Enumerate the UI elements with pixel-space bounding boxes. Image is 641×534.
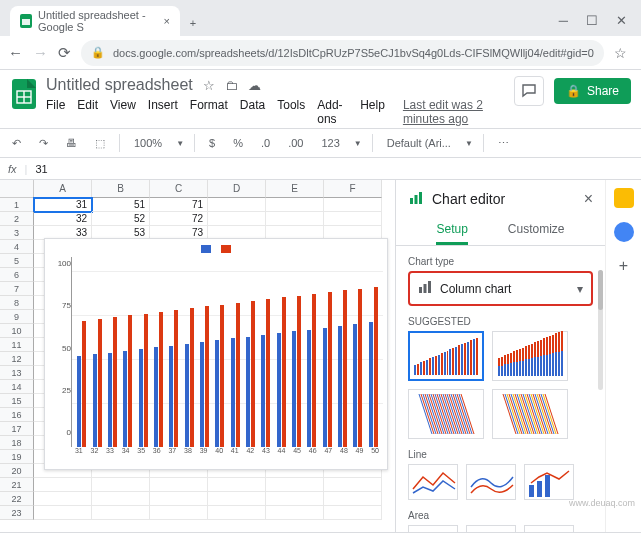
font-select[interactable]: Default (Ari... xyxy=(383,135,455,151)
suggested-chart-1[interactable] xyxy=(408,331,484,381)
cell-E2[interactable] xyxy=(266,212,324,226)
bookmark-icon[interactable]: ☆ xyxy=(614,45,627,61)
tasks-icon[interactable] xyxy=(614,222,634,242)
cell-A23[interactable] xyxy=(34,506,92,520)
last-edit-link[interactable]: Last edit was 2 minutes ago xyxy=(403,98,506,126)
chart-type-select[interactable]: Column chart ▾ xyxy=(408,271,593,306)
line-chart-thumb-3[interactable] xyxy=(524,464,574,500)
increase-decimal-button[interactable]: .00 xyxy=(284,135,307,151)
area-chart-thumb-1[interactable] xyxy=(408,525,458,532)
cell-F21[interactable] xyxy=(324,478,382,492)
redo-button[interactable]: ↷ xyxy=(35,135,52,152)
cell-D22[interactable] xyxy=(208,492,266,506)
nav-back-button[interactable]: ← xyxy=(8,44,23,61)
cell-E22[interactable] xyxy=(266,492,324,506)
cell-E1[interactable] xyxy=(266,198,324,212)
menu-help[interactable]: Help xyxy=(360,98,385,126)
row-head-8[interactable]: 8 xyxy=(0,296,34,310)
window-maximize-button[interactable]: ☐ xyxy=(586,13,598,28)
paint-format-button[interactable]: ⬚ xyxy=(91,135,109,152)
cell-C22[interactable] xyxy=(150,492,208,506)
toolbar-more-icon[interactable]: ⋯ xyxy=(494,135,513,152)
select-all-corner[interactable] xyxy=(0,180,34,198)
row-head-20[interactable]: 20 xyxy=(0,464,34,478)
col-head-d[interactable]: D xyxy=(208,180,266,198)
suggested-chart-2[interactable] xyxy=(492,331,568,381)
formula-input[interactable]: 31 xyxy=(35,163,47,175)
format-percent-button[interactable]: % xyxy=(229,135,247,151)
share-button[interactable]: 🔒 Share xyxy=(554,78,631,104)
menu-data[interactable]: Data xyxy=(240,98,265,126)
row-head-16[interactable]: 16 xyxy=(0,408,34,422)
row-head-17[interactable]: 17 xyxy=(0,422,34,436)
decrease-decimal-button[interactable]: .0 xyxy=(257,135,274,151)
move-icon[interactable]: 🗀 xyxy=(225,78,238,93)
cell-D23[interactable] xyxy=(208,506,266,520)
suggested-chart-4[interactable] xyxy=(492,389,568,439)
print-button[interactable]: 🖶 xyxy=(62,135,81,151)
window-minimize-button[interactable]: ─ xyxy=(559,13,568,28)
cell-D2[interactable] xyxy=(208,212,266,226)
tab-customize[interactable]: Customize xyxy=(508,216,565,245)
row-head-7[interactable]: 7 xyxy=(0,282,34,296)
row-head-21[interactable]: 21 xyxy=(0,478,34,492)
cell-B21[interactable] xyxy=(92,478,150,492)
row-head-5[interactable]: 5 xyxy=(0,254,34,268)
line-chart-thumb-2[interactable] xyxy=(466,464,516,500)
undo-button[interactable]: ↶ xyxy=(8,135,25,152)
spreadsheet-grid[interactable]: A B C D E F 1315171232527233353734345474… xyxy=(0,180,395,532)
comments-button[interactable] xyxy=(514,76,544,106)
cell-F2[interactable] xyxy=(324,212,382,226)
col-head-c[interactable]: C xyxy=(150,180,208,198)
col-head-a[interactable]: A xyxy=(34,180,92,198)
line-chart-thumb-1[interactable] xyxy=(408,464,458,500)
row-head-15[interactable]: 15 xyxy=(0,394,34,408)
addons-plus-icon[interactable]: + xyxy=(614,256,634,276)
col-head-b[interactable]: B xyxy=(92,180,150,198)
row-head-22[interactable]: 22 xyxy=(0,492,34,506)
cell-A2[interactable]: 32 xyxy=(34,212,92,226)
zoom-select[interactable]: 100% xyxy=(130,135,166,151)
cell-A22[interactable] xyxy=(34,492,92,506)
star-icon[interactable]: ☆ xyxy=(203,78,215,93)
row-head-10[interactable]: 10 xyxy=(0,324,34,338)
row-head-6[interactable]: 6 xyxy=(0,268,34,282)
menu-view[interactable]: View xyxy=(110,98,136,126)
row-head-2[interactable]: 2 xyxy=(0,212,34,226)
keep-icon[interactable] xyxy=(614,188,634,208)
menu-tools[interactable]: Tools xyxy=(277,98,305,126)
row-head-12[interactable]: 12 xyxy=(0,352,34,366)
cell-D21[interactable] xyxy=(208,478,266,492)
cell-F1[interactable] xyxy=(324,198,382,212)
panel-scrollbar[interactable] xyxy=(598,270,603,390)
row-head-18[interactable]: 18 xyxy=(0,436,34,450)
cell-C2[interactable]: 72 xyxy=(150,212,208,226)
menu-edit[interactable]: Edit xyxy=(77,98,98,126)
menu-addons[interactable]: Add-ons xyxy=(317,98,348,126)
embedded-chart[interactable]: 1007550250 31323334353637383940414243444… xyxy=(44,238,388,470)
more-formats-button[interactable]: 123 xyxy=(317,135,343,151)
row-head-3[interactable]: 3 xyxy=(0,226,34,240)
cell-B1[interactable]: 51 xyxy=(92,198,150,212)
cell-E21[interactable] xyxy=(266,478,324,492)
suggested-chart-3[interactable] xyxy=(408,389,484,439)
row-head-4[interactable]: 4 xyxy=(0,240,34,254)
cell-B22[interactable] xyxy=(92,492,150,506)
sheets-logo-icon[interactable] xyxy=(10,76,38,112)
cell-B23[interactable] xyxy=(92,506,150,520)
area-chart-thumb-3[interactable] xyxy=(524,525,574,532)
close-tab-icon[interactable]: × xyxy=(164,15,170,27)
row-head-9[interactable]: 9 xyxy=(0,310,34,324)
nav-forward-button[interactable]: → xyxy=(33,44,48,61)
row-head-11[interactable]: 11 xyxy=(0,338,34,352)
browser-tab[interactable]: Untitled spreadsheet - Google S × xyxy=(10,6,180,36)
col-head-f[interactable]: F xyxy=(324,180,382,198)
row-head-23[interactable]: 23 xyxy=(0,506,34,520)
cloud-status-icon[interactable]: ☁ xyxy=(248,78,261,93)
cell-E23[interactable] xyxy=(266,506,324,520)
cell-C23[interactable] xyxy=(150,506,208,520)
row-head-1[interactable]: 1 xyxy=(0,198,34,212)
row-head-14[interactable]: 14 xyxy=(0,380,34,394)
cell-F22[interactable] xyxy=(324,492,382,506)
panel-close-button[interactable]: × xyxy=(584,190,593,208)
